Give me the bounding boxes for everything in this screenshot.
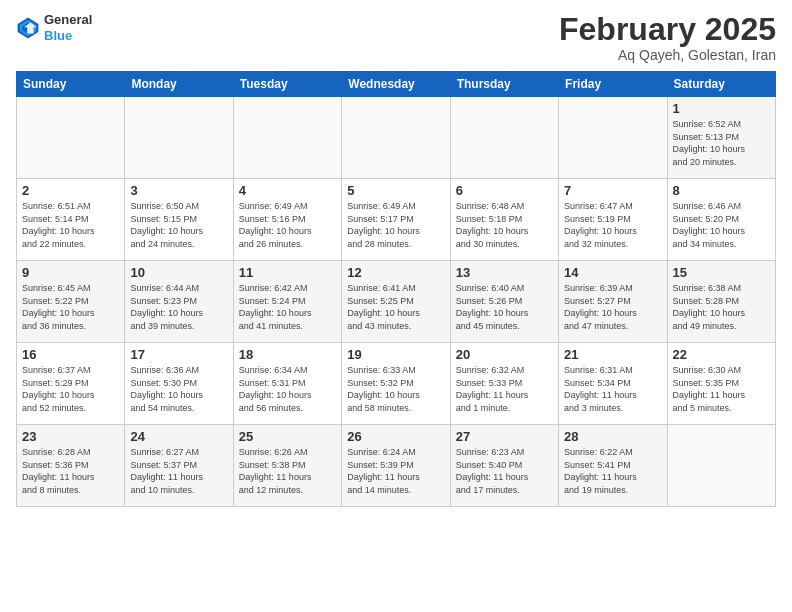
- day-info: Sunrise: 6:26 AM Sunset: 5:38 PM Dayligh…: [239, 446, 336, 496]
- day-info: Sunrise: 6:22 AM Sunset: 5:41 PM Dayligh…: [564, 446, 661, 496]
- day-info: Sunrise: 6:27 AM Sunset: 5:37 PM Dayligh…: [130, 446, 227, 496]
- table-row: 9Sunrise: 6:45 AM Sunset: 5:22 PM Daylig…: [17, 261, 125, 343]
- table-row: 18Sunrise: 6:34 AM Sunset: 5:31 PM Dayli…: [233, 343, 341, 425]
- day-number: 16: [22, 347, 119, 362]
- table-row: 28Sunrise: 6:22 AM Sunset: 5:41 PM Dayli…: [559, 425, 667, 507]
- table-row: 19Sunrise: 6:33 AM Sunset: 5:32 PM Dayli…: [342, 343, 450, 425]
- day-number: 3: [130, 183, 227, 198]
- table-row: 4Sunrise: 6:49 AM Sunset: 5:16 PM Daylig…: [233, 179, 341, 261]
- day-info: Sunrise: 6:23 AM Sunset: 5:40 PM Dayligh…: [456, 446, 553, 496]
- table-row: 13Sunrise: 6:40 AM Sunset: 5:26 PM Dayli…: [450, 261, 558, 343]
- day-number: 7: [564, 183, 661, 198]
- day-number: 28: [564, 429, 661, 444]
- col-tuesday: Tuesday: [233, 72, 341, 97]
- day-number: 11: [239, 265, 336, 280]
- day-number: 18: [239, 347, 336, 362]
- day-info: Sunrise: 6:32 AM Sunset: 5:33 PM Dayligh…: [456, 364, 553, 414]
- day-info: Sunrise: 6:42 AM Sunset: 5:24 PM Dayligh…: [239, 282, 336, 332]
- col-sunday: Sunday: [17, 72, 125, 97]
- day-info: Sunrise: 6:28 AM Sunset: 5:36 PM Dayligh…: [22, 446, 119, 496]
- title-section: February 2025 Aq Qayeh, Golestan, Iran: [559, 12, 776, 63]
- table-row: 17Sunrise: 6:36 AM Sunset: 5:30 PM Dayli…: [125, 343, 233, 425]
- day-info: Sunrise: 6:38 AM Sunset: 5:28 PM Dayligh…: [673, 282, 770, 332]
- table-row: 26Sunrise: 6:24 AM Sunset: 5:39 PM Dayli…: [342, 425, 450, 507]
- table-row: 5Sunrise: 6:49 AM Sunset: 5:17 PM Daylig…: [342, 179, 450, 261]
- day-number: 4: [239, 183, 336, 198]
- table-row: 3Sunrise: 6:50 AM Sunset: 5:15 PM Daylig…: [125, 179, 233, 261]
- logo-line2: Blue: [44, 28, 92, 44]
- day-number: 20: [456, 347, 553, 362]
- table-row: 12Sunrise: 6:41 AM Sunset: 5:25 PM Dayli…: [342, 261, 450, 343]
- day-info: Sunrise: 6:49 AM Sunset: 5:16 PM Dayligh…: [239, 200, 336, 250]
- day-number: 22: [673, 347, 770, 362]
- table-row: 27Sunrise: 6:23 AM Sunset: 5:40 PM Dayli…: [450, 425, 558, 507]
- day-info: Sunrise: 6:33 AM Sunset: 5:32 PM Dayligh…: [347, 364, 444, 414]
- table-row: 23Sunrise: 6:28 AM Sunset: 5:36 PM Dayli…: [17, 425, 125, 507]
- day-info: Sunrise: 6:34 AM Sunset: 5:31 PM Dayligh…: [239, 364, 336, 414]
- day-number: 26: [347, 429, 444, 444]
- day-info: Sunrise: 6:24 AM Sunset: 5:39 PM Dayligh…: [347, 446, 444, 496]
- day-info: Sunrise: 6:36 AM Sunset: 5:30 PM Dayligh…: [130, 364, 227, 414]
- table-row: [667, 425, 775, 507]
- calendar: Sunday Monday Tuesday Wednesday Thursday…: [16, 71, 776, 507]
- day-number: 12: [347, 265, 444, 280]
- day-number: 23: [22, 429, 119, 444]
- subtitle: Aq Qayeh, Golestan, Iran: [559, 47, 776, 63]
- day-info: Sunrise: 6:39 AM Sunset: 5:27 PM Dayligh…: [564, 282, 661, 332]
- day-number: 25: [239, 429, 336, 444]
- logo-icon: [16, 16, 40, 40]
- col-friday: Friday: [559, 72, 667, 97]
- table-row: 8Sunrise: 6:46 AM Sunset: 5:20 PM Daylig…: [667, 179, 775, 261]
- day-number: 17: [130, 347, 227, 362]
- col-saturday: Saturday: [667, 72, 775, 97]
- table-row: 15Sunrise: 6:38 AM Sunset: 5:28 PM Dayli…: [667, 261, 775, 343]
- day-number: 1: [673, 101, 770, 116]
- header: General Blue February 2025 Aq Qayeh, Gol…: [16, 12, 776, 63]
- table-row: [450, 97, 558, 179]
- day-info: Sunrise: 6:49 AM Sunset: 5:17 PM Dayligh…: [347, 200, 444, 250]
- day-info: Sunrise: 6:45 AM Sunset: 5:22 PM Dayligh…: [22, 282, 119, 332]
- day-number: 10: [130, 265, 227, 280]
- day-number: 19: [347, 347, 444, 362]
- logo-text: General Blue: [44, 12, 92, 43]
- day-number: 21: [564, 347, 661, 362]
- day-info: Sunrise: 6:51 AM Sunset: 5:14 PM Dayligh…: [22, 200, 119, 250]
- day-info: Sunrise: 6:37 AM Sunset: 5:29 PM Dayligh…: [22, 364, 119, 414]
- day-number: 2: [22, 183, 119, 198]
- day-number: 6: [456, 183, 553, 198]
- table-row: 14Sunrise: 6:39 AM Sunset: 5:27 PM Dayli…: [559, 261, 667, 343]
- table-row: 6Sunrise: 6:48 AM Sunset: 5:18 PM Daylig…: [450, 179, 558, 261]
- day-number: 15: [673, 265, 770, 280]
- page: General Blue February 2025 Aq Qayeh, Gol…: [0, 0, 792, 612]
- day-number: 8: [673, 183, 770, 198]
- day-info: Sunrise: 6:40 AM Sunset: 5:26 PM Dayligh…: [456, 282, 553, 332]
- day-info: Sunrise: 6:52 AM Sunset: 5:13 PM Dayligh…: [673, 118, 770, 168]
- day-info: Sunrise: 6:41 AM Sunset: 5:25 PM Dayligh…: [347, 282, 444, 332]
- day-info: Sunrise: 6:50 AM Sunset: 5:15 PM Dayligh…: [130, 200, 227, 250]
- logo-line1: General: [44, 12, 92, 28]
- day-info: Sunrise: 6:48 AM Sunset: 5:18 PM Dayligh…: [456, 200, 553, 250]
- month-title: February 2025: [559, 12, 776, 47]
- header-row: Sunday Monday Tuesday Wednesday Thursday…: [17, 72, 776, 97]
- day-info: Sunrise: 6:30 AM Sunset: 5:35 PM Dayligh…: [673, 364, 770, 414]
- table-row: 20Sunrise: 6:32 AM Sunset: 5:33 PM Dayli…: [450, 343, 558, 425]
- day-info: Sunrise: 6:46 AM Sunset: 5:20 PM Dayligh…: [673, 200, 770, 250]
- day-number: 14: [564, 265, 661, 280]
- day-number: 9: [22, 265, 119, 280]
- table-row: [559, 97, 667, 179]
- table-row: [17, 97, 125, 179]
- col-monday: Monday: [125, 72, 233, 97]
- table-row: 22Sunrise: 6:30 AM Sunset: 5:35 PM Dayli…: [667, 343, 775, 425]
- day-number: 5: [347, 183, 444, 198]
- table-row: 2Sunrise: 6:51 AM Sunset: 5:14 PM Daylig…: [17, 179, 125, 261]
- table-row: [125, 97, 233, 179]
- table-row: 7Sunrise: 6:47 AM Sunset: 5:19 PM Daylig…: [559, 179, 667, 261]
- table-row: [342, 97, 450, 179]
- logo: General Blue: [16, 12, 92, 43]
- table-row: 24Sunrise: 6:27 AM Sunset: 5:37 PM Dayli…: [125, 425, 233, 507]
- day-number: 24: [130, 429, 227, 444]
- day-info: Sunrise: 6:44 AM Sunset: 5:23 PM Dayligh…: [130, 282, 227, 332]
- day-number: 27: [456, 429, 553, 444]
- day-info: Sunrise: 6:31 AM Sunset: 5:34 PM Dayligh…: [564, 364, 661, 414]
- col-thursday: Thursday: [450, 72, 558, 97]
